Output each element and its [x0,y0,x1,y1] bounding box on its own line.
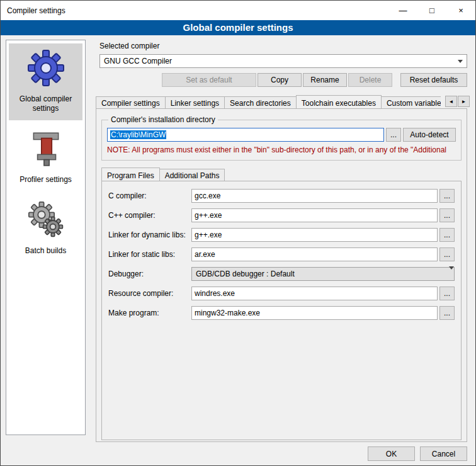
static-linker-label: Linker for static libs: [108,250,191,259]
c-compiler-label: C compiler: [108,191,191,200]
cancel-button[interactable]: Cancel [420,446,467,461]
inner-tabs-wrap: Program Files Additional Paths [101,168,446,181]
tab-search-directories[interactable]: Search directories [224,96,297,108]
dynamic-linker-browse-button[interactable]: ... [439,228,455,242]
c-compiler-browse-button[interactable]: ... [439,189,455,203]
ok-button[interactable]: OK [368,446,415,461]
dynamic-linker-label: Linker for dynamic libs: [108,230,191,239]
sidebar-item-label: Global compiler settings [10,94,81,113]
program-files-tabstrip: Program Files Additional Paths [101,167,462,181]
program-files-panel: C compiler: gcc.exe ... C++ compiler: g+… [101,181,462,440]
static-linker-row: Linker for static libs: ar.exe ... [108,247,455,261]
gray-gears-icon [27,201,65,239]
resource-compiler-label: Resource compiler: [108,289,191,298]
cpp-compiler-input[interactable]: g++.exe [191,208,438,222]
window-title: Compiler settings [1,6,65,15]
installation-directory-row: C:\raylib\MinGW ... Auto-detect [107,128,456,142]
maximize-button[interactable]: □ [417,1,446,20]
sidebar-item-profiler-settings[interactable]: Profiler settings [9,124,82,191]
tab-program-files[interactable]: Program Files [101,168,160,181]
sidebar-item-global-compiler-settings[interactable]: Global compiler settings [9,43,82,120]
cpp-compiler-browse-button[interactable]: ... [439,208,455,222]
profiler-tool-icon [27,130,65,168]
sidebar-item-label: Profiler settings [20,175,72,185]
tab-scroll-left-icon[interactable]: ◄ [445,96,457,107]
toolchain-executables-panel: Compiler's installation directory C:\ray… [96,108,467,442]
close-button[interactable]: × [446,1,475,20]
chevron-down-icon [454,60,467,63]
tab-linker-settings[interactable]: Linker settings [165,96,225,108]
compiler-select[interactable]: GNU GCC Compiler [99,54,467,68]
compiler-actions: Set as default Copy Rename Delete Reset … [99,73,467,87]
tab-additional-paths[interactable]: Additional Paths [159,169,225,181]
debugger-select[interactable]: GDB/CDB debugger : Default [191,267,455,281]
chevron-down-icon [449,270,454,278]
window-controls: — □ × [388,1,475,20]
resource-compiler-browse-button[interactable]: ... [439,287,455,300]
static-linker-input[interactable]: ar.exe [191,247,438,261]
sidebar-item-label: Batch builds [25,246,66,256]
selected-compiler-label: Selected compiler [99,42,467,50]
set-as-default-button: Set as default [162,73,256,87]
selected-compiler-section: Selected compiler GNU GCC Compiler Set a… [96,38,467,87]
dynamic-linker-row: Linker for dynamic libs: g++.exe ... [108,228,455,242]
browse-directory-button[interactable]: ... [386,128,401,142]
copy-button[interactable]: Copy [258,73,302,87]
tab-toolchain-executables[interactable]: Toolchain executables [296,95,382,108]
installation-directory-label: Compiler's installation directory [108,115,218,124]
rename-button[interactable]: Rename [303,73,347,87]
tab-custom-variables[interactable]: Custom variables [381,96,441,108]
resource-compiler-row: Resource compiler: windres.exe ... [108,287,455,300]
static-linker-browse-button[interactable]: ... [439,247,455,261]
dynamic-linker-input[interactable]: g++.exe [191,228,438,242]
c-compiler-input[interactable]: gcc.exe [191,189,438,203]
tabs-wrap: Compiler settings Linker settings Search… [96,95,441,108]
make-program-label: Make program: [108,309,191,317]
cpp-compiler-row: C++ compiler: g++.exe ... [108,208,455,222]
tab-compiler-settings[interactable]: Compiler settings [96,96,166,108]
main-panel: Selected compiler GNU GCC Compiler Set a… [96,38,467,442]
bin-subdirectory-note: NOTE: All programs must exist either in … [107,145,456,154]
sidebar-item-batch-builds[interactable]: Batch builds [9,195,82,263]
compiler-select-value: GNU GCC Compiler [100,57,454,65]
minimize-button[interactable]: — [388,1,417,20]
make-program-browse-button[interactable]: ... [439,306,455,320]
debugger-row: Debugger: GDB/CDB debugger : Default [108,267,455,281]
make-program-input[interactable]: mingw32-make.exe [191,306,438,320]
page-title: Global compiler settings [1,20,475,35]
debugger-select-value: GDB/CDB debugger : Default [192,270,449,278]
installation-directory-group: Compiler's installation directory C:\ray… [101,115,462,161]
resource-compiler-input[interactable]: windres.exe [191,287,438,300]
tab-scroll-right-icon[interactable]: ► [458,96,470,107]
installation-directory-input[interactable]: C:\raylib\MinGW [107,128,384,142]
tab-scroll-buttons: ◄ ► [445,96,470,107]
c-compiler-row: C compiler: gcc.exe ... [108,189,455,203]
blue-gear-icon [27,49,65,87]
title-bar: Compiler settings — □ × [1,1,475,20]
settings-category-sidebar: Global compiler settings Profiler settin… [6,40,86,435]
delete-button: Delete [348,73,392,87]
auto-detect-button[interactable]: Auto-detect [403,128,456,142]
cpp-compiler-label: C++ compiler: [108,211,191,220]
dialog-footer: OK Cancel [368,446,467,461]
debugger-label: Debugger: [108,270,191,278]
settings-tabstrip: Compiler settings Linker settings Search… [96,94,467,108]
selected-text: C:\raylib\MinGW [110,130,166,139]
make-program-row: Make program: mingw32-make.exe ... [108,306,455,320]
reset-defaults-button[interactable]: Reset defaults [400,73,467,87]
